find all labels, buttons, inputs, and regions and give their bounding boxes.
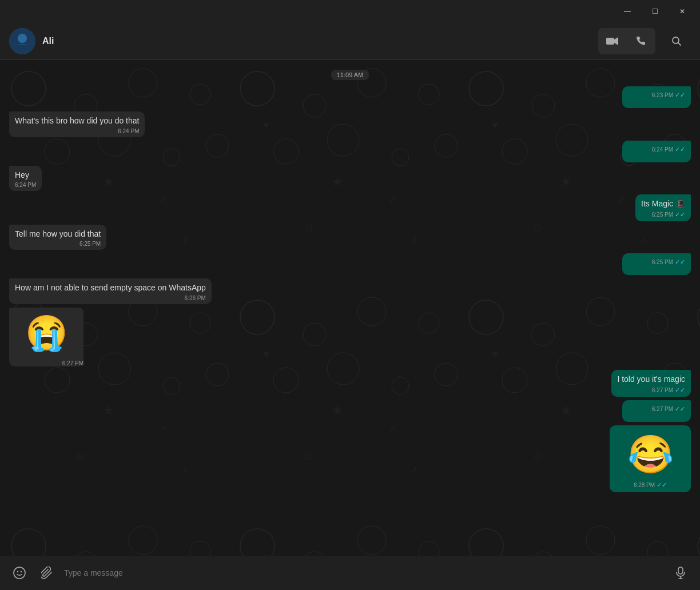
video-call-button[interactable]: [598, 28, 627, 54]
attach-button[interactable]: [37, 563, 57, 583]
message-meta: 6:27 PM: [9, 360, 83, 366]
message-time: 6:27 PM: [652, 387, 673, 393]
chat-area: 11:09 AM 6:23 PM ✓✓ What's this bro how …: [0, 60, 700, 556]
sticker-bubble-outgoing: 😂 6:28 PM ✓✓: [610, 425, 691, 492]
message-row: 6:24 PM ✓✓: [9, 141, 691, 162]
maximize-button[interactable]: ☐: [642, 2, 668, 21]
message-text: Tell me how you did that: [15, 229, 101, 240]
message-time: 6:27 PM: [652, 406, 673, 412]
svg-point-10: [21, 571, 22, 572]
sticker-bubble: 😭 6:27 PM: [9, 308, 83, 366]
message-row: 😂 6:28 PM ✓✓: [9, 425, 691, 492]
svg-rect-3: [9, 45, 35, 54]
message-bubble: Hey 6:24 PM: [9, 166, 42, 192]
message-time: 6:25 PM: [79, 241, 101, 247]
message-row: Its Magic 🎩 6:25 PM ✓✓: [9, 194, 691, 221]
message-time: 6:24 PM: [118, 128, 139, 134]
message-meta: 6:28 PM ✓✓: [634, 481, 667, 489]
microphone-button[interactable]: [670, 563, 691, 583]
emoji-button[interactable]: [9, 563, 30, 583]
message-row: How am I not able to send empty space on…: [9, 278, 691, 304]
message-row: 6:25 PM ✓✓: [9, 253, 691, 275]
message-time: 6:24 PM: [15, 182, 36, 188]
message-meta: 6:27 PM ✓✓: [628, 405, 685, 413]
message-row: Hey 6:24 PM: [9, 166, 691, 192]
message-bubble: Its Magic 🎩 6:25 PM ✓✓: [635, 194, 691, 221]
message-bubble: Tell me how you did that 6:25 PM: [9, 225, 106, 250]
message-meta: 6:25 PM ✓✓: [641, 211, 685, 218]
message-time: 6:25 PM: [652, 259, 673, 265]
message-ticks: ✓✓: [675, 211, 685, 218]
message-bubble: 6:24 PM ✓✓: [622, 141, 691, 162]
message-ticks: ✓✓: [675, 146, 685, 153]
message-text: How am I not able to send empty space on…: [15, 282, 206, 294]
message-row: Tell me how you did that 6:25 PM: [9, 225, 691, 250]
svg-line-7: [678, 43, 681, 46]
message-text: Hey: [15, 170, 36, 181]
input-bar: [0, 556, 700, 590]
svg-point-8: [14, 567, 25, 579]
svg-point-9: [17, 571, 18, 572]
message-bubble: 6:25 PM ✓✓: [622, 253, 691, 275]
message-meta: 6:26 PM: [15, 295, 206, 301]
message-row: What's this bro how did you do that 6:24…: [9, 111, 691, 137]
message-meta: 6:24 PM: [15, 128, 139, 134]
message-bubble: 6:23 PM ✓✓: [622, 86, 691, 108]
message-time: 6:28 PM: [634, 482, 655, 488]
message-time: 6:25 PM: [652, 212, 673, 218]
call-buttons-group: [598, 28, 655, 54]
svg-point-1: [18, 34, 27, 43]
sticker-emoji: 😂: [613, 429, 687, 480]
message-bubble: 6:27 PM ✓✓: [622, 400, 691, 422]
message-bubble: What's this bro how did you do that 6:24…: [9, 111, 145, 137]
message-meta: 6:23 PM ✓✓: [628, 91, 685, 99]
chat-content: 11:09 AM 6:23 PM ✓✓ What's this bro how …: [0, 60, 700, 498]
message-meta: 6:24 PM ✓✓: [628, 146, 685, 153]
avatar: [9, 28, 35, 54]
message-ticks: ✓✓: [675, 91, 685, 99]
message-text: Its Magic 🎩: [641, 198, 685, 210]
message-ticks: ✓✓: [675, 405, 685, 413]
message-time: 6:24 PM: [652, 146, 673, 153]
search-button[interactable]: [662, 28, 691, 54]
message-meta: 6:27 PM ✓✓: [617, 386, 685, 394]
voice-call-button[interactable]: [627, 28, 655, 54]
message-text: What's this bro how did you do that: [15, 115, 139, 127]
message-text: I told you it's magic: [617, 374, 685, 385]
close-button[interactable]: ✕: [669, 2, 695, 21]
message-time: 6:26 PM: [185, 295, 206, 301]
message-time: 6:23 PM: [652, 92, 673, 98]
message-meta: 6:25 PM: [15, 241, 101, 247]
message-bubble: I told you it's magic 6:27 PM ✓✓: [611, 370, 691, 397]
message-row: 6:27 PM ✓✓: [9, 400, 691, 422]
message-input[interactable]: [64, 556, 663, 590]
sticker-emoji: 😭: [9, 308, 83, 359]
header-actions: [598, 28, 691, 54]
message-row: 😭 6:27 PM: [9, 308, 691, 366]
title-bar: — ☐ ✕: [0, 0, 700, 23]
message-ticks: ✓✓: [675, 258, 685, 266]
message-bubble: How am I not able to send empty space on…: [9, 278, 212, 304]
contact-name: Ali: [42, 36, 598, 46]
message-meta: 6:25 PM ✓✓: [628, 258, 685, 266]
chat-header: Ali: [0, 23, 700, 60]
time-divider: 11:09 AM: [9, 69, 691, 79]
message-time: 6:27 PM: [62, 360, 83, 366]
message-row: 6:23 PM ✓✓: [9, 86, 691, 108]
minimize-button[interactable]: —: [614, 2, 641, 21]
svg-rect-11: [678, 567, 683, 574]
message-meta: 6:24 PM: [15, 182, 36, 188]
message-ticks: ✓✓: [675, 386, 685, 394]
svg-marker-5: [614, 37, 618, 45]
message-ticks: ✓✓: [657, 481, 667, 489]
svg-rect-4: [606, 38, 614, 45]
message-row: I told you it's magic 6:27 PM ✓✓: [9, 370, 691, 397]
